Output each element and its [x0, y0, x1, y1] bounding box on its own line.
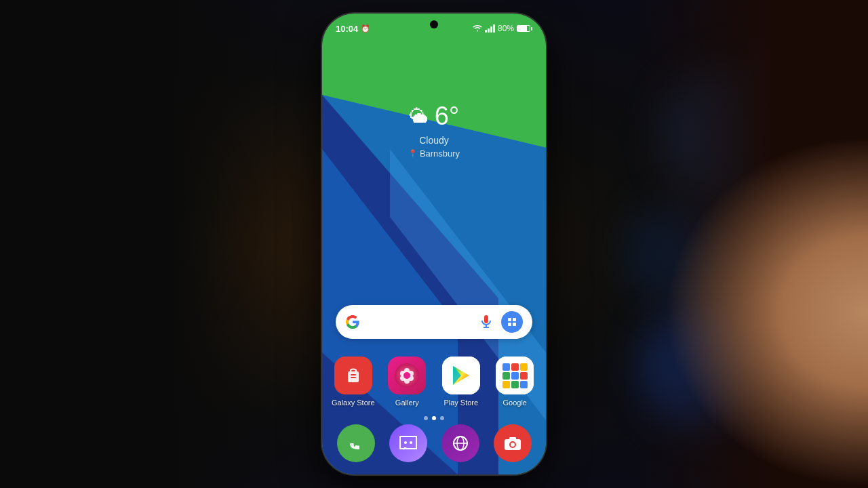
svg-rect-30	[520, 372, 528, 380]
svg-rect-29	[511, 372, 519, 380]
svg-rect-28	[502, 372, 510, 380]
svg-rect-9	[508, 323, 511, 326]
svg-point-41	[511, 443, 515, 447]
svg-rect-26	[511, 363, 519, 371]
phone-screen: 10:04 ⏰ 80%	[322, 14, 546, 474]
messages-app-icon	[389, 424, 427, 462]
signal-bars	[485, 24, 495, 33]
status-time: 10:04 ⏰	[336, 24, 370, 34]
google-label: Google	[503, 399, 527, 407]
google-g-logo	[345, 314, 360, 329]
app-gallery[interactable]: Gallery	[383, 357, 432, 407]
play-store-icon	[442, 357, 480, 394]
svg-rect-33	[520, 381, 528, 388]
phone-app-icon	[337, 424, 375, 462]
weather-icon: 🌥	[409, 105, 428, 127]
svg-rect-32	[511, 381, 519, 388]
dock-messages[interactable]	[384, 424, 431, 462]
dock	[329, 424, 539, 462]
hand-left-overlay	[0, 0, 285, 488]
weather-widget: 🌥 6° Cloudy 📍 Barnsbury	[408, 102, 460, 159]
battery-tip	[531, 27, 532, 30]
camera-app-icon	[494, 424, 532, 462]
svg-point-34	[404, 441, 407, 444]
alarm-icon: ⏰	[361, 24, 370, 33]
battery-body	[517, 25, 530, 32]
location-name: Barnsbury	[420, 148, 460, 159]
wifi-icon	[473, 24, 482, 33]
page-dot-3[interactable]	[440, 416, 444, 420]
phone-wrapper: 10:04 ⏰ 80%	[322, 14, 546, 474]
battery-percent-text: 80%	[498, 24, 514, 33]
battery-fill	[517, 26, 527, 31]
galaxy-store-icon	[334, 357, 372, 394]
dock-phone[interactable]	[332, 424, 379, 462]
svg-rect-8	[513, 318, 516, 321]
dock-camera[interactable]	[489, 424, 536, 462]
google-search-bar[interactable]	[336, 305, 532, 339]
svg-rect-10	[513, 323, 516, 326]
battery-indicator	[517, 25, 532, 32]
svg-rect-31	[502, 381, 510, 388]
signal-bar-4	[493, 24, 495, 33]
svg-rect-42	[509, 437, 516, 441]
time-text: 10:04	[336, 24, 358, 34]
signal-bar-1	[485, 30, 487, 33]
weather-top: 🌥 6°	[408, 102, 460, 131]
page-dot-2[interactable]	[432, 416, 436, 420]
location-pin-icon: 📍	[408, 149, 418, 158]
play-store-label: Play Store	[443, 399, 478, 407]
signal-bar-2	[488, 28, 490, 33]
svg-point-35	[410, 441, 412, 444]
status-icons: 80%	[473, 24, 532, 33]
svg-rect-25	[502, 363, 510, 371]
gallery-icon	[388, 357, 426, 394]
weather-description: Cloudy	[408, 135, 460, 146]
svg-rect-27	[520, 363, 528, 371]
app-google[interactable]: Google	[491, 357, 540, 407]
app-galaxy-store[interactable]: Galaxy Store	[329, 357, 378, 407]
dock-internet[interactable]	[437, 424, 484, 462]
svg-point-22	[403, 372, 410, 379]
app-grid: Galaxy Store	[322, 357, 546, 407]
weather-temperature: 6°	[435, 102, 459, 131]
google-icon	[496, 357, 534, 394]
galaxy-store-label: Galaxy Store	[332, 399, 375, 407]
internet-app-icon	[441, 424, 479, 462]
hand-skin-overlay	[665, 136, 868, 488]
svg-rect-13	[351, 374, 356, 375]
google-mic-icon[interactable]	[478, 314, 494, 330]
camera-notch	[430, 20, 438, 28]
page-dot-1[interactable]	[424, 416, 428, 420]
svg-rect-7	[508, 318, 511, 321]
phone-device: 10:04 ⏰ 80%	[322, 14, 546, 474]
gallery-label: Gallery	[395, 399, 419, 407]
app-play-store[interactable]: Play Store	[437, 357, 486, 407]
signal-bar-3	[490, 26, 492, 33]
svg-rect-14	[351, 377, 356, 378]
weather-location: 📍 Barnsbury	[408, 148, 460, 159]
page-dots	[424, 416, 444, 420]
svg-rect-4	[484, 315, 488, 323]
google-lens-icon[interactable]	[501, 311, 523, 333]
